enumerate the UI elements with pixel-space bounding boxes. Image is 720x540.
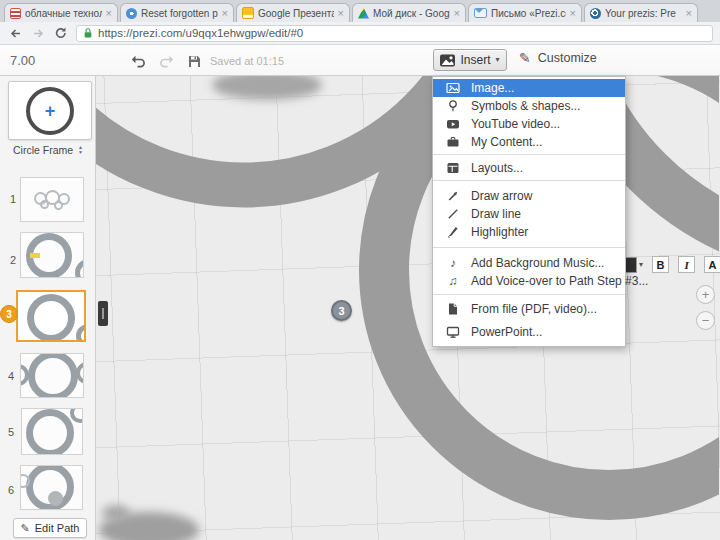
tab-title: Reset forgotten pass (141, 8, 218, 19)
menu-divider (433, 294, 625, 295)
browser-tab-6[interactable]: Your prezis: Pre × (584, 3, 698, 22)
frame-type-label: Circle Frame (13, 144, 73, 156)
spinner-down-icon: ▼ (78, 150, 83, 155)
tab-title: облачные технолог (25, 8, 102, 19)
google-drive-favicon (358, 8, 369, 19)
image-icon (445, 81, 461, 95)
insert-button-label: Insert (460, 53, 490, 67)
layouts-icon (445, 161, 461, 175)
tab-title: Мой диск - Google (373, 8, 450, 19)
google-slides-favicon (242, 7, 254, 19)
tab-title: Письмо «Prezi.com (491, 8, 566, 19)
save-icon[interactable] (184, 52, 204, 70)
zoom-value[interactable]: 7.00 (10, 53, 35, 68)
mail-favicon (474, 8, 487, 18)
slide-thumbnail-5[interactable] (21, 408, 83, 455)
browser-tab-3[interactable]: Google Презентаци × (236, 3, 350, 22)
slide-number: 5 (8, 426, 14, 438)
zoom-in-button[interactable]: + (696, 285, 715, 304)
chevron-down-icon: ▾ (496, 56, 500, 64)
background-music-icon: ♪ (445, 257, 461, 269)
insert-image-icon (440, 54, 455, 67)
menu-item-youtube-video[interactable]: YouTube video... (433, 115, 625, 133)
draw-line-icon (445, 207, 461, 221)
menu-item-draw-arrow[interactable]: Draw arrow (433, 187, 625, 205)
presentation-canvas[interactable]: 3 ▾ B I A + − (96, 76, 720, 540)
symbols-shapes-icon (445, 99, 461, 113)
selected-slide-badge: 3 (0, 305, 18, 323)
circle-frame-icon: + (26, 87, 74, 135)
slide-thumbnail-4[interactable] (20, 353, 84, 398)
prezi-toolbar: 7.00 Saved at 01:15 Insert ▾ ✎ Customize (0, 45, 720, 76)
frame-type-selector[interactable]: ▲ ▼ (78, 145, 83, 155)
menu-item-add-background-music[interactable]: ♪ Add Background Music... (433, 254, 625, 272)
zoom-out-button[interactable]: − (696, 311, 715, 330)
pencil-icon: ✎ (21, 521, 30, 535)
draw-arrow-icon (445, 189, 461, 203)
tab-title: Google Презентаци (258, 8, 334, 19)
forward-button[interactable] (30, 25, 46, 41)
browser-navbar: https://prezi.com/u9qqx1ehwgpw/edit/#0 (0, 22, 720, 45)
menu-item-highlighter[interactable]: Highlighter (433, 223, 625, 241)
tab-close-icon[interactable]: × (570, 8, 576, 19)
tab-close-icon[interactable]: × (222, 8, 228, 19)
back-button[interactable] (7, 25, 23, 41)
menu-item-layouts[interactable]: Layouts... (433, 159, 625, 177)
menu-divider (433, 154, 625, 155)
text-format-toolbar: ▾ B I A (613, 256, 720, 273)
browser-tab-1[interactable]: облачные технолог × (4, 3, 118, 22)
menu-item-image[interactable]: Image... (433, 79, 625, 97)
tab-close-icon[interactable]: × (106, 8, 112, 19)
slide-thumbnail-1[interactable] (20, 177, 84, 222)
tab-close-icon[interactable]: × (338, 8, 344, 19)
bold-button[interactable]: B (652, 256, 669, 273)
sidebar-collapse-handle[interactable] (98, 301, 108, 326)
slide-thumbnail-3[interactable] (16, 290, 86, 342)
browser-tab-4[interactable]: Мой диск - Google × (352, 3, 466, 22)
my-content-icon (445, 135, 461, 149)
slide-number: 4 (8, 370, 14, 382)
browser-tab-5[interactable]: Письмо «Prezi.com × (468, 3, 582, 22)
undo-button[interactable] (128, 52, 148, 70)
slide-number: 1 (10, 193, 16, 205)
menu-item-powerpoint[interactable]: PowerPoint... (433, 323, 625, 341)
path-step-badge[interactable]: 3 (331, 300, 352, 321)
voice-over-icon: ♫ (445, 275, 461, 287)
font-color-button[interactable]: A (704, 256, 720, 273)
menu-item-add-voice-over[interactable]: ♫ Add Voice-over to Path Step #3... (433, 272, 625, 290)
red-doc-favicon (10, 8, 21, 19)
youtube-icon (445, 117, 461, 131)
tab-strip: облачные технолог × Reset forgotten pass… (0, 0, 720, 22)
slide-number: 2 (10, 254, 16, 266)
reload-button[interactable] (53, 25, 69, 41)
tab-close-icon[interactable]: × (454, 8, 460, 19)
tab-title: Your prezis: Pre (605, 8, 682, 19)
menu-item-symbols-shapes[interactable]: Symbols & shapes... (433, 97, 625, 115)
pencil-icon: ✎ (519, 51, 531, 65)
add-circle-frame-button[interactable]: + (8, 81, 92, 140)
edit-path-label: Edit Path (35, 522, 80, 534)
blue-circle-favicon (126, 8, 137, 19)
insert-button[interactable]: Insert ▾ (433, 49, 507, 71)
edit-path-button[interactable]: ✎ Edit Path (13, 518, 87, 538)
plus-icon: + (45, 102, 56, 120)
slide-number: 6 (8, 484, 14, 496)
menu-item-draw-line[interactable]: Draw line (433, 205, 625, 223)
address-bar[interactable]: https://prezi.com/u9qqx1ehwgpw/edit/#0 (76, 25, 713, 42)
menu-item-from-file[interactable]: From file (PDF, video)... (433, 300, 625, 318)
slide-thumbnail-2[interactable] (20, 232, 84, 278)
menu-divider (433, 180, 625, 181)
save-status: Saved at 01:15 (210, 55, 284, 67)
tab-close-icon[interactable]: × (686, 8, 692, 19)
customize-button[interactable]: ✎ Customize (519, 51, 597, 65)
prezi-favicon (590, 8, 601, 19)
redo-button[interactable] (156, 52, 176, 70)
browser-tab-2[interactable]: Reset forgotten pass × (120, 3, 234, 22)
menu-divider (433, 247, 625, 248)
highlighter-icon (445, 225, 461, 239)
menu-item-my-content[interactable]: My Content... (433, 133, 625, 151)
italic-button[interactable]: I (678, 256, 695, 273)
from-file-icon (445, 302, 461, 316)
slide-thumbnail-6[interactable] (20, 465, 83, 510)
url-text: https://prezi.com/u9qqx1ehwgpw/edit/#0 (98, 27, 303, 39)
